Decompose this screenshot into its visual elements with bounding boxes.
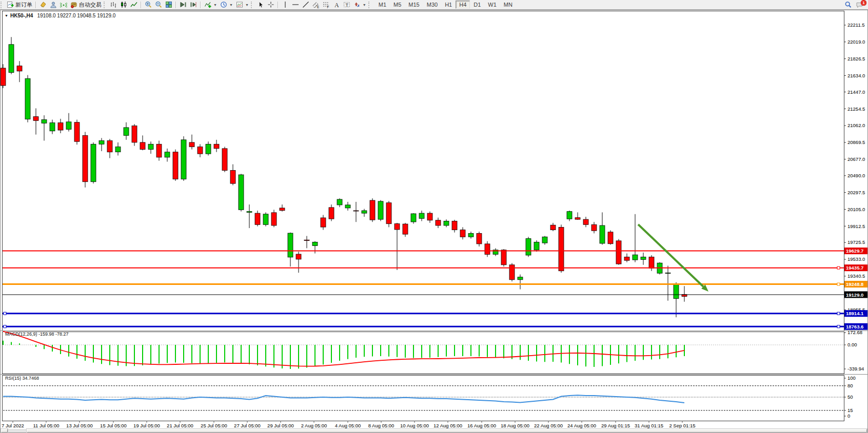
line-handle[interactable]: [837, 312, 840, 315]
line-handle[interactable]: [837, 266, 840, 269]
candle-body: [239, 175, 244, 210]
candle-body: [263, 214, 268, 225]
vertical-line-button[interactable]: [280, 0, 290, 9]
chat-button[interactable]: 1: [854, 1, 865, 9]
community-button[interactable]: [48, 0, 58, 9]
auto-trading-button[interactable]: 自动交易: [69, 0, 103, 9]
horizontal-scrollbar[interactable]: [1, 429, 867, 432]
auto-scroll-button[interactable]: [178, 0, 188, 9]
candle-body: [575, 218, 580, 219]
candle-body: [345, 205, 350, 208]
trendline-button[interactable]: [301, 0, 311, 9]
chart-shift-button[interactable]: [188, 0, 199, 9]
timeframe-m30-button[interactable]: M30: [423, 1, 441, 9]
equidistant-channel-button[interactable]: E: [311, 0, 321, 9]
timeframe-w1-button[interactable]: W1: [484, 1, 500, 9]
chart-symbol: HK50-,H4: [10, 13, 33, 18]
macd-scale-label: 0.00: [847, 342, 857, 347]
candle-body: [337, 199, 342, 205]
candle-body: [107, 141, 112, 152]
timeframe-m15-button[interactable]: M15: [405, 1, 423, 9]
candle-body: [206, 144, 211, 154]
candlestick-button[interactable]: [119, 0, 129, 9]
price-tick-label: 19725.5: [847, 239, 865, 245]
candle-body: [321, 218, 326, 227]
candle-body: [460, 230, 465, 237]
line-chart-button[interactable]: [129, 0, 139, 9]
date-label: 19 Jul 05:00: [133, 423, 160, 428]
timeframe-mn-button[interactable]: MN: [500, 1, 516, 9]
date-label: 16 Aug 05:00: [467, 423, 496, 428]
svg-text:E: E: [317, 5, 320, 9]
candle-body: [665, 273, 670, 274]
dropdown-caret-icon[interactable]: ▼: [245, 3, 249, 7]
date-label: 21 Jul 05:00: [167, 423, 193, 428]
dropdown-caret-icon[interactable]: ▼: [363, 3, 366, 7]
timeframe-h1-button[interactable]: H1: [441, 1, 456, 9]
toolbar-grip: [368, 2, 371, 8]
indicators-button[interactable]: ▼: [203, 0, 219, 9]
templates-button[interactable]: ▼: [234, 0, 250, 9]
line-handle[interactable]: [837, 325, 840, 328]
bar-chart-button[interactable]: [108, 0, 119, 9]
styler-button[interactable]: [38, 0, 48, 9]
macd-scale-label: -339.94: [847, 366, 864, 372]
timeframe-h4-button[interactable]: H4: [456, 1, 470, 9]
toolbar-separator: [35, 2, 36, 8]
cursor-button[interactable]: [255, 0, 266, 9]
timeframe-d1-button[interactable]: D1: [470, 1, 484, 9]
zoom-in-button[interactable]: [143, 0, 153, 9]
price-tick-label: 19340.5: [847, 273, 865, 279]
price-tick-label: 21062.0: [847, 122, 865, 128]
dropdown-caret-icon[interactable]: ▼: [213, 3, 217, 7]
candle-body: [255, 213, 260, 224]
text-label-button[interactable]: T: [342, 0, 352, 9]
rsi-scale-label: 0: [847, 413, 850, 419]
date-label: 18 Aug 05:00: [501, 423, 529, 428]
chart-canvas: 22211.522019.021826.521634.021447.021254…: [0, 0, 868, 433]
arrow-objects-button[interactable]: ▼: [352, 0, 368, 9]
line-handle[interactable]: [4, 312, 6, 315]
zoom-out-button[interactable]: [153, 0, 164, 9]
text-button[interactable]: A: [331, 0, 342, 9]
line-handle[interactable]: [4, 325, 6, 328]
price-tick-label: 19912.5: [847, 223, 865, 229]
candle-body: [674, 284, 679, 299]
horizontal-line-icon: [292, 1, 299, 8]
signals-button[interactable]: [58, 0, 69, 9]
price-label-text: 18914.1: [846, 311, 864, 316]
candle-body: [378, 201, 383, 219]
candle-body: [600, 225, 605, 243]
crosshair-button[interactable]: [266, 0, 276, 9]
toolbar-separator: [141, 2, 142, 8]
tile-windows-button[interactable]: [164, 0, 174, 9]
candle-body: [156, 144, 162, 157]
bar-chart-icon: [110, 1, 117, 8]
toolbar-grip: [1, 2, 4, 8]
timeframe-m1-button[interactable]: M1: [375, 1, 390, 9]
candle-body: [173, 152, 178, 179]
toolbar-separator: [200, 2, 201, 8]
text-label-icon: T: [343, 1, 350, 8]
price-tick-label: 22019.0: [847, 39, 865, 45]
candle-body: [608, 232, 613, 244]
fibonacci-button[interactable]: F: [321, 0, 331, 9]
candle-body: [91, 144, 96, 181]
candle-body: [641, 257, 646, 259]
dropdown-caret-icon[interactable]: ▼: [229, 3, 233, 7]
new-order-button[interactable]: 新订单: [5, 0, 34, 9]
cursor-icon: [257, 1, 264, 8]
scrollbar-thumb[interactable]: [27, 429, 867, 432]
search-button[interactable]: [842, 1, 854, 9]
chart-dropdown-icon[interactable]: ▼: [5, 14, 8, 17]
scrollbar-stub[interactable]: [1, 429, 8, 432]
horizontal-line-button[interactable]: [290, 0, 301, 9]
line-handle[interactable]: [837, 283, 840, 285]
candle-body: [485, 244, 490, 255]
fibonacci-icon: F: [323, 1, 330, 8]
candle-body: [140, 142, 145, 150]
price-tick-label: 19533.0: [847, 256, 865, 262]
timeframe-m5-button[interactable]: M5: [390, 1, 405, 9]
periods-button[interactable]: ▼: [219, 0, 234, 9]
candle-body: [411, 214, 416, 222]
